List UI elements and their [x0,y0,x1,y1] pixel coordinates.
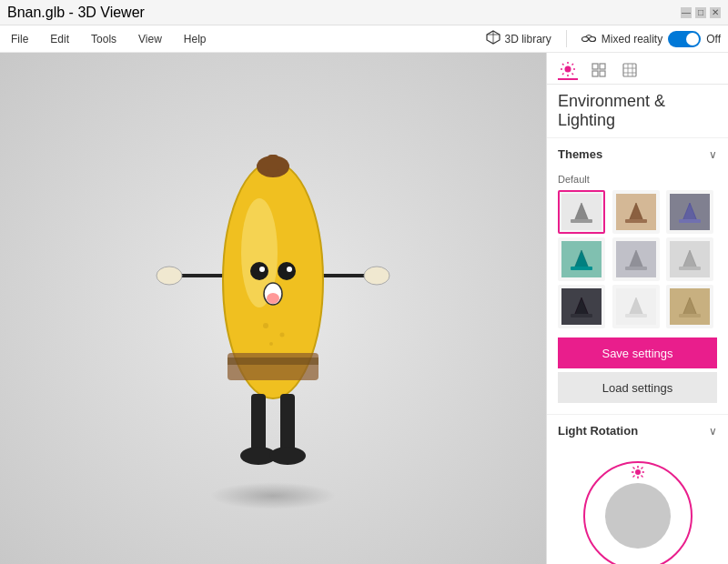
svg-point-25 [263,323,268,328]
svg-point-28 [565,66,571,73]
svg-rect-19 [228,353,318,380]
mixed-reality-label: Mixed reality [602,33,662,45]
svg-rect-39 [592,71,598,76]
theme-item-1[interactable] [558,190,605,234]
close-button[interactable]: ✕ [710,7,721,18]
save-settings-button[interactable]: Save settings [558,337,717,368]
tab-stats[interactable] [620,60,640,80]
themes-header[interactable]: Themes ∨ [547,138,728,170]
menu-tools[interactable]: Tools [87,31,120,47]
svg-rect-37 [592,64,598,69]
svg-line-78 [632,468,634,469]
library-button[interactable]: 3D library [486,30,551,47]
svg-rect-66 [571,314,592,317]
svg-point-73 [635,469,641,475]
light-rotation-section: Light Rotation ∨ [547,414,728,564]
viewport[interactable] [0,53,546,564]
mixed-reality-switch[interactable] [668,31,701,47]
mixed-reality-icon [581,30,596,47]
banana-model [136,98,410,480]
svg-rect-40 [600,71,605,76]
svg-point-18 [267,293,279,304]
panel-title: Environment & Lighting [547,85,728,137]
svg-point-8 [364,267,389,285]
ground-shadow [209,482,337,509]
minimize-button[interactable]: — [681,7,692,18]
themes-grid [558,190,717,328]
themes-title: Themes [558,147,602,161]
theme-item-2[interactable] [612,190,660,234]
svg-rect-20 [228,358,318,365]
svg-line-36 [562,74,564,76]
svg-point-27 [269,342,273,346]
panel-tabs [547,53,728,85]
svg-rect-60 [625,267,647,270]
load-settings-button[interactable]: Load settings [558,372,717,403]
svg-point-13 [250,262,268,280]
svg-rect-12 [268,155,278,173]
svg-rect-51 [625,219,647,223]
light-rotation-header[interactable]: Light Rotation ∨ [547,415,728,447]
svg-rect-38 [600,64,605,69]
maximize-button[interactable]: □ [695,7,706,18]
menu-edit[interactable]: Edit [46,31,73,47]
titlebar-title: Bnan.glb - 3D Viewer [7,5,145,21]
svg-line-79 [641,476,642,478]
svg-rect-21 [251,394,266,453]
menu-file[interactable]: File [7,31,32,47]
svg-point-26 [280,333,285,337]
themes-chevron: ∨ [709,148,717,161]
svg-rect-57 [571,267,592,270]
theme-item-6[interactable] [666,237,713,281]
rotation-dial[interactable] [583,461,693,564]
svg-line-35 [572,64,574,65]
sun-icon [631,465,645,483]
theme-item-4[interactable] [558,237,605,281]
svg-point-14 [278,262,296,280]
theme-item-9[interactable] [666,285,713,328]
themes-section: Themes ∨ Default [547,137,728,414]
cube-icon [486,30,500,47]
light-rotation-chevron: ∨ [709,425,717,438]
mixed-reality-state: Off [706,33,721,45]
svg-line-34 [572,74,574,76]
menubar: File Edit Tools View Help 3D library [0,25,728,53]
titlebar: Bnan.glb - 3D Viewer — □ ✕ [0,0,728,25]
svg-line-33 [562,64,564,65]
svg-rect-72 [679,314,701,317]
svg-point-4 [589,37,595,42]
toggle-knob [686,33,699,45]
svg-point-7 [157,267,182,285]
titlebar-controls: — □ ✕ [681,7,721,18]
svg-point-15 [259,267,265,272]
svg-rect-63 [679,267,701,270]
svg-point-16 [287,267,292,272]
light-rotation-title: Light Rotation [558,424,638,438]
tab-grid[interactable] [589,60,609,80]
light-rotation-content [547,447,728,564]
themes-default-label: Default [558,174,717,185]
svg-rect-41 [623,64,636,76]
svg-point-3 [581,37,588,42]
theme-item-5[interactable] [612,237,660,281]
svg-line-80 [641,468,642,469]
menu-help[interactable]: Help [180,31,210,47]
svg-point-24 [269,447,306,465]
svg-rect-54 [679,219,701,223]
menu-view[interactable]: View [135,31,166,47]
dial-center [605,483,671,549]
svg-rect-48 [571,219,592,223]
menu-right: 3D library Mixed reality Off [486,30,721,47]
themes-content: Default [547,170,728,414]
tab-lighting[interactable] [558,60,578,80]
theme-item-7[interactable] [558,285,605,328]
svg-rect-22 [280,394,295,453]
theme-item-3[interactable] [666,190,713,234]
main-container: Environment & Lighting Themes ∨ Default [0,53,728,564]
mixed-reality-toggle: Mixed reality Off [566,30,721,47]
right-panel: Environment & Lighting Themes ∨ Default [546,53,728,564]
svg-rect-69 [625,314,647,317]
library-label: 3D library [504,33,551,45]
svg-line-81 [632,476,634,478]
theme-item-8[interactable] [612,285,660,328]
